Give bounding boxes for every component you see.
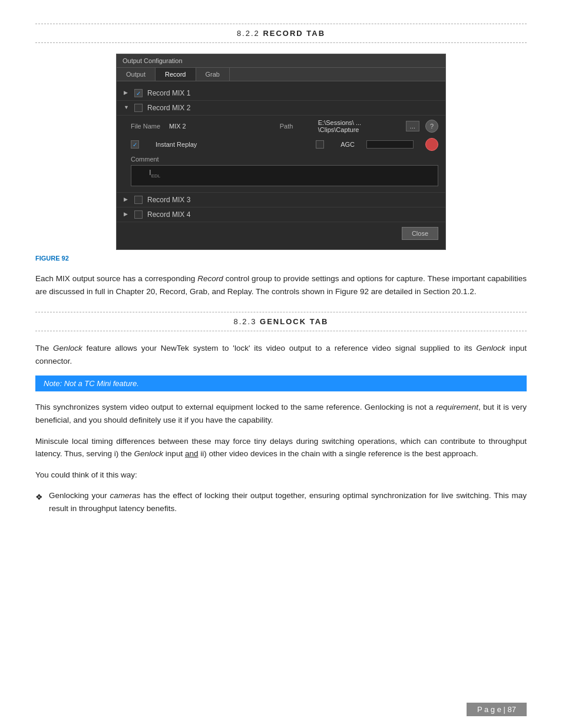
note-box: Note: Not a TC Mini feature.: [35, 375, 527, 391]
record-mix1-label: Record MIX 1: [147, 89, 190, 97]
genlock-text-1: The Genlock feature allows your NewTek s…: [35, 342, 527, 367]
record-mix2-section: ▼ Record MIX 2 File Name MIX 2 Path E:\S…: [117, 101, 445, 193]
you-could-text: You could think of it this way:: [35, 469, 527, 482]
instant-replay-checkbox[interactable]: [131, 140, 139, 149]
path-label: Path: [280, 123, 312, 130]
browse-button[interactable]: ...: [406, 121, 419, 131]
section-822-header: 8.2.2 RECORD TAB: [35, 24, 527, 43]
record-mix4-label: Record MIX 4: [147, 210, 190, 219]
tab-record[interactable]: Record: [156, 68, 196, 81]
section-number: 8.2.2: [237, 29, 260, 38]
panel-body: ▶ Record MIX 1 ▼ Record MIX 2 File Name …: [117, 81, 445, 249]
tab-output[interactable]: Output: [117, 68, 156, 81]
filename-path-row: File Name MIX 2 Path E:\Sessions\ ... \C…: [131, 119, 438, 133]
instant-replay-label: Instant Replay: [156, 141, 197, 148]
genlock-text-2: This synchronizes system video output to…: [35, 401, 527, 426]
checkbox-mix1[interactable]: [134, 89, 143, 97]
output-configuration-panel: Output Configuration Output Record Grab …: [116, 54, 446, 250]
record-mix3-row[interactable]: ▶ Record MIX 3: [117, 193, 445, 207]
arrow-mix3: ▶: [124, 196, 131, 203]
section-823-header: 8.2.3 GENLOCK TAB: [35, 312, 527, 331]
checkbox-mix3[interactable]: [134, 196, 143, 204]
panel-title: Output Configuration: [117, 54, 445, 68]
bullet-item-1: ❖ Genlocking your cameras has the effect…: [35, 489, 527, 515]
comment-input[interactable]: IEDL: [131, 165, 438, 186]
record-mix2-row[interactable]: ▼ Record MIX 2: [117, 101, 445, 116]
figure-caption: FIGURE 92: [35, 255, 527, 262]
record-mix1-row[interactable]: ▶ Record MIX 1: [117, 86, 445, 101]
section-title: RECORD TAB: [263, 29, 325, 38]
arrow-mix4: ▶: [124, 211, 131, 218]
arrow-mix1: ▶: [124, 90, 131, 97]
instant-replay-agc-row: Instant Replay AGC: [131, 138, 438, 151]
filename-value: MIX 2: [169, 123, 186, 130]
checkbox-mix2[interactable]: [134, 104, 143, 112]
bullet-text-1: Genlocking your cameras has the effect o…: [49, 489, 527, 515]
help-button[interactable]: ?: [425, 120, 438, 133]
checkbox-mix4[interactable]: [134, 210, 143, 219]
genlock-text-3: Miniscule local timing differences betwe…: [35, 435, 527, 460]
comment-label: Comment: [131, 156, 438, 163]
agc-label: AGC: [340, 141, 355, 148]
path-value: E:\Sessions\ ... \Clips\Capture: [318, 119, 400, 133]
record-mix2-label: Record MIX 2: [147, 104, 190, 112]
arrow-mix2: ▼: [124, 104, 131, 111]
filename-label: File Name: [131, 123, 163, 130]
comment-section: Comment IEDL: [131, 156, 438, 186]
cursor-indicator: IEDL: [149, 168, 160, 179]
page-footer: P a g e | 87: [467, 703, 527, 716]
agc-bar: [366, 140, 414, 149]
record-mix3-label: Record MIX 3: [147, 196, 190, 204]
tab-bar: Output Record Grab: [117, 68, 445, 81]
agc-button[interactable]: [425, 138, 438, 151]
close-button[interactable]: Close: [402, 227, 438, 240]
tab-grab[interactable]: Grab: [196, 68, 230, 81]
section-823-number: 8.2.3: [234, 317, 257, 326]
mix2-expanded-body: File Name MIX 2 Path E:\Sessions\ ... \C…: [117, 116, 445, 192]
body-text-1: Each MIX output source has a correspondi…: [35, 272, 527, 298]
record-mix4-row[interactable]: ▶ Record MIX 4: [117, 207, 445, 222]
section-823-title: GENLOCK TAB: [260, 317, 328, 326]
agc-checkbox[interactable]: [316, 140, 324, 149]
close-btn-row: Close: [117, 222, 445, 245]
bullet-diamond-icon: ❖: [35, 490, 43, 503]
